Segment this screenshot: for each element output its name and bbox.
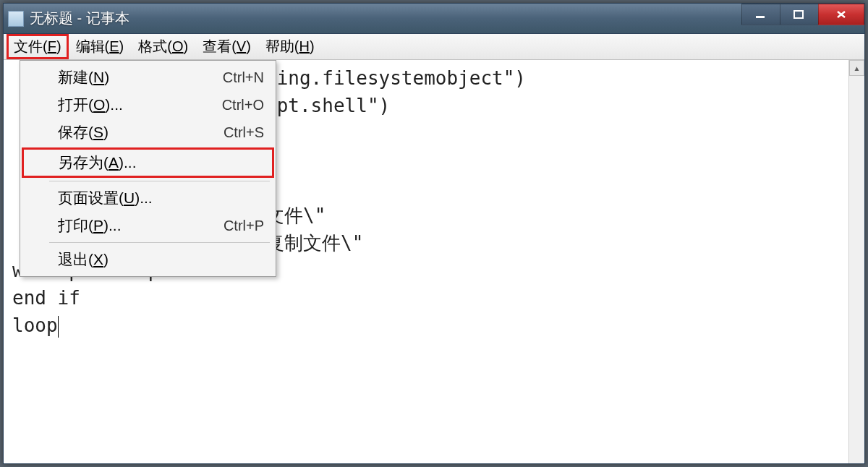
menu-item-new[interactable]: 新建(N) Ctrl+N [22,64,274,91]
close-button[interactable] [818,4,864,25]
text-line: loop [12,314,58,336]
text-line: end if [12,287,80,309]
menu-help[interactable]: 帮助(H) [258,34,322,59]
menu-file[interactable]: 文件(F) [7,34,69,59]
menu-item-save[interactable]: 保存(S) Ctrl+S [22,119,274,146]
menu-item-save-as[interactable]: 另存为(A)... [22,147,274,178]
window-controls [742,4,864,27]
vertical-scrollbar[interactable]: ▲ [848,60,864,463]
file-dropdown-menu: 新建(N) Ctrl+N 打开(O)... Ctrl+O 保存(S) Ctrl+… [20,60,276,277]
text-cursor [58,316,59,338]
menu-edit[interactable]: 编辑(E) [69,34,132,59]
app-icon [8,11,24,27]
scroll-up-arrow[interactable]: ▲ [849,60,864,76]
menu-separator [49,242,270,243]
window-title: 无标题 - 记事本 [30,9,860,28]
maximize-button[interactable] [780,4,819,25]
menu-item-page-setup[interactable]: 页面设置(U)... [22,184,274,212]
svg-rect-1 [794,11,803,18]
svg-rect-0 [756,16,765,18]
menu-item-open[interactable]: 打开(O)... Ctrl+O [22,91,274,119]
minimize-button[interactable] [741,4,780,25]
menu-separator [49,181,270,181]
menu-view[interactable]: 查看(V) [195,34,258,59]
notepad-window: 无标题 - 记事本 文件(F) 编辑(E) 格式(O) 查看(V) 帮助(H) [3,3,865,464]
menu-item-print[interactable]: 打印(P)... Ctrl+P [22,212,274,239]
menubar: 文件(F) 编辑(E) 格式(O) 查看(V) 帮助(H) [4,34,864,60]
menu-format[interactable]: 格式(O) [131,34,195,59]
menu-item-exit[interactable]: 退出(X) [22,246,274,273]
editor-area[interactable]: ting.filesystemobject") ipt.shell") n 文件… [4,60,864,463]
titlebar[interactable]: 无标题 - 记事本 [4,4,864,34]
